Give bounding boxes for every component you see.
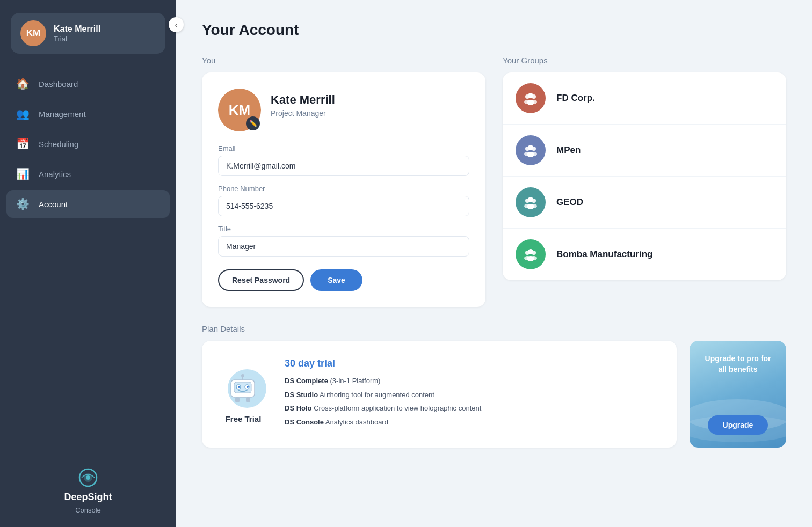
profile-header: KM ✏️ Kate Merrill Project Manager [218, 89, 469, 131]
phone-label: Phone Number [218, 185, 469, 193]
deepsight-logo-icon [77, 467, 99, 488]
sidebar-user-profile[interactable]: KM Kate Merrill Trial [11, 13, 165, 54]
analytics-icon: 📊 [16, 167, 29, 180]
sidebar-item-label: Management [39, 109, 86, 119]
account-icon: ⚙️ [16, 197, 29, 210]
sidebar-item-label: Scheduling [39, 140, 78, 149]
email-field-group: Email [218, 144, 469, 176]
sidebar-item-dashboard[interactable]: 🏠 Dashboard [6, 70, 170, 98]
sidebar-item-label: Analytics [39, 170, 71, 179]
main-content: Your Account You KM ✏️ Kate Merrill Proj… [176, 0, 812, 527]
svg-point-2 [86, 475, 90, 480]
upgrade-card: Upgrade to pro for all benefits Upgrade [690, 341, 786, 448]
sidebar-user-name: Kate Merrill [54, 24, 100, 34]
upgrade-text: Upgrade to pro for all benefits [700, 354, 775, 375]
plan-card: Free Trial 30 day trial DS Complete (3-i… [202, 341, 677, 448]
group-item-fd-corp[interactable]: FD Corp. [503, 72, 786, 125]
sidebar-item-label: Account [39, 200, 68, 209]
title-label: Title [218, 225, 469, 233]
plan-feature: DS Studio Authoring tool for augmented c… [285, 390, 481, 400]
group-name: FD Corp. [556, 93, 595, 104]
dashboard-icon: 🏠 [16, 77, 29, 90]
plan-icon-area: Free Trial [219, 365, 267, 423]
sidebar-user-badge: Trial [54, 35, 100, 43]
profile-avatar-wrap: KM ✏️ [218, 89, 261, 131]
sidebar-avatar: KM [20, 20, 46, 46]
plan-section: Plan Details [202, 324, 786, 448]
groups-label: Your Groups [503, 56, 786, 65]
you-label: You [202, 56, 485, 65]
svg-point-20 [527, 204, 534, 209]
group-item-mpen[interactable]: MPen [503, 125, 786, 177]
group-name: GEOD [556, 197, 583, 208]
two-column-layout: You KM ✏️ Kate Merrill Project Manager E… [202, 56, 786, 307]
profile-actions: Reset Password Save [218, 269, 469, 291]
plan-details-text: 30 day trial DS Complete (3-in-1 Platfor… [285, 358, 481, 430]
edit-avatar-button[interactable]: ✏️ [246, 116, 260, 130]
group-name: MPen [556, 145, 581, 156]
groups-section: Your Groups FD Corp. [503, 56, 786, 307]
svg-point-33 [247, 386, 249, 388]
phone-field-group: Phone Number [218, 185, 469, 216]
email-input[interactable] [218, 156, 469, 176]
group-item-bomba[interactable]: Bomba Manufacturing [503, 229, 786, 280]
svg-point-32 [238, 386, 240, 388]
you-section: You KM ✏️ Kate Merrill Project Manager E… [202, 56, 485, 307]
save-button[interactable]: Save [310, 269, 363, 291]
plan-feature: DS Holo Cross-platform application to vi… [285, 403, 481, 414]
email-label: Email [218, 144, 469, 152]
group-icon [516, 135, 546, 165]
sidebar-item-scheduling[interactable]: 📅 Scheduling [6, 130, 170, 158]
svg-point-8 [527, 100, 534, 105]
svg-rect-36 [235, 397, 240, 402]
sidebar-nav: 🏠 Dashboard 👥 Management 📅 Scheduling 📊 … [0, 70, 176, 454]
svg-point-23 [528, 249, 533, 254]
svg-point-17 [528, 197, 533, 202]
plan-icon-label: Free Trial [226, 414, 262, 423]
plan-section-label: Plan Details [202, 324, 786, 333]
profile-role: Project Manager [271, 109, 335, 118]
sidebar-logo: DeepSight Console [0, 454, 176, 527]
phone-input[interactable] [218, 196, 469, 216]
scheduling-icon: 📅 [16, 137, 29, 150]
group-icon [516, 239, 546, 269]
plan-feature: DS Complete (3-in-1 Platform) [285, 376, 481, 386]
svg-point-5 [528, 93, 533, 98]
group-name: Bomba Manufacturing [556, 249, 653, 260]
plan-row: Free Trial 30 day trial DS Complete (3-i… [202, 341, 786, 448]
title-field-group: Title [218, 225, 469, 257]
sidebar-item-analytics[interactable]: 📊 Analytics [6, 160, 170, 188]
svg-point-35 [241, 374, 244, 377]
profile-name: Kate Merrill [271, 93, 335, 107]
sidebar: ‹ KM Kate Merrill Trial 🏠 Dashboard 👥 Ma… [0, 0, 176, 527]
svg-point-14 [527, 152, 534, 157]
svg-rect-37 [246, 397, 250, 402]
management-icon: 👥 [16, 107, 29, 120]
logo-sub: Console [75, 506, 101, 514]
group-icon [516, 83, 546, 113]
upgrade-button[interactable]: Upgrade [708, 415, 769, 435]
profile-card: KM ✏️ Kate Merrill Project Manager Email… [202, 72, 485, 307]
collapse-button[interactable]: ‹ [169, 17, 184, 32]
sidebar-item-label: Dashboard [39, 79, 78, 89]
svg-point-26 [527, 256, 534, 261]
svg-point-11 [528, 145, 533, 150]
group-item-geod[interactable]: GEOD [503, 177, 786, 229]
robot-icon [219, 365, 267, 408]
reset-password-button[interactable]: Reset Password [218, 269, 304, 291]
plan-feature: DS Console Analytics dashboard [285, 417, 481, 428]
groups-card: FD Corp. MPen GEOD [503, 72, 786, 280]
group-icon [516, 187, 546, 217]
logo-name: DeepSight [64, 492, 112, 503]
sidebar-item-account[interactable]: ⚙️ Account [6, 190, 170, 218]
sidebar-item-management[interactable]: 👥 Management [6, 100, 170, 128]
title-input[interactable] [218, 236, 469, 257]
plan-trial-title: 30 day trial [285, 358, 481, 369]
page-title: Your Account [202, 21, 786, 39]
